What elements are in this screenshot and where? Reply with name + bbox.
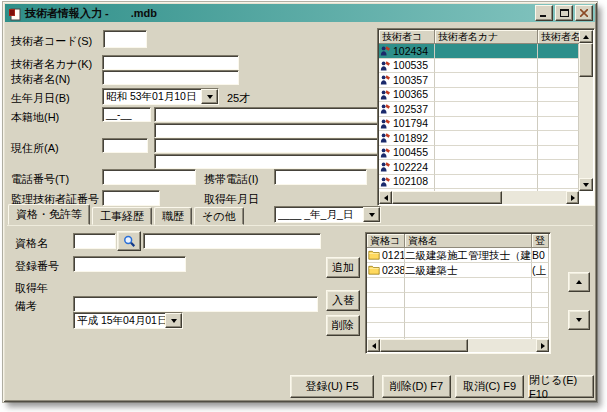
folder-icon — [368, 265, 380, 275]
engineer-list-header-kana[interactable]: 技術者名カナ — [435, 30, 538, 44]
acquire-year-select[interactable]: 平成 15年04月01日 — [73, 312, 183, 329]
engineer-row[interactable]: 102434 — [379, 44, 579, 59]
engineer-list-vthumb[interactable] — [579, 43, 593, 77]
engineer-icon — [380, 89, 391, 100]
acquire-year-dropdown-button[interactable] — [165, 313, 182, 328]
engineer-row[interactable]: 100455 — [379, 146, 579, 161]
acquire-date-select[interactable]: ____ _年_月_日 — [274, 206, 381, 223]
scroll-right-icon[interactable] — [566, 191, 579, 204]
qualification-list-rows: 0121二級建築施工管理技士（建築）B00238二級建築士(上 — [367, 248, 549, 339]
qualification-row[interactable]: 0121二級建築施工管理技士（建築）B0 — [367, 248, 549, 263]
qualification-row-empty[interactable] — [367, 308, 549, 323]
cancel-button[interactable]: 取消(C) F9 — [455, 375, 524, 398]
scroll-down-icon[interactable] — [579, 178, 593, 191]
swap-button[interactable]: 入替 — [326, 290, 360, 311]
acquire-date-label: 取得年月日 — [204, 192, 259, 207]
register-button[interactable]: 登録(U) F5 — [290, 375, 374, 398]
engineer-icon — [380, 74, 391, 85]
engineer-icon — [380, 60, 391, 71]
qualification-row-empty[interactable] — [367, 323, 549, 338]
tab-page-edge — [7, 225, 593, 226]
engineer-list-hthumb[interactable] — [392, 191, 502, 204]
engineer-list-rows: 102434 100535 100357 100365 102537 10179… — [379, 44, 579, 191]
engineer-info-window: 技術者情報入力 - .mdb 技術者コード(S) 技術者名カナ(K) 技術者名(… — [3, 2, 597, 402]
registered-domicile-label: 本籍地(H) — [11, 110, 59, 125]
engineer-row[interactable]: 102224 — [379, 160, 579, 175]
address2-input[interactable] — [154, 154, 378, 169]
maximize-button[interactable] — [555, 5, 573, 21]
qualification-row[interactable]: 0238二級建築士(上 — [367, 263, 549, 278]
scroll-up-icon[interactable] — [579, 30, 593, 43]
engineer-row[interactable]: 101892 — [379, 131, 579, 146]
domicile-address2-input[interactable] — [154, 123, 378, 138]
engineer-list-hscrollbar[interactable] — [379, 191, 579, 204]
tab-2[interactable]: 職歴 — [154, 207, 192, 225]
tab-3[interactable]: その他 — [194, 207, 244, 225]
engineer-icon — [380, 45, 391, 56]
mobile-input[interactable] — [274, 169, 367, 185]
scroll-left-icon[interactable] — [379, 191, 392, 204]
birth-date-select[interactable]: 昭和 53年01月10日 — [102, 88, 219, 105]
engineer-icon — [380, 161, 391, 172]
qualification-list: 資格コ 資格名 登 0121二級建築施工管理技士（建築）B00238二級建築士(… — [365, 232, 551, 354]
engineer-row[interactable]: 101794 — [379, 117, 579, 132]
qualification-name-label: 資格名 — [15, 236, 48, 251]
supervisor-license-input[interactable] — [102, 190, 160, 206]
qualification-list-header: 資格コ 資格名 登 — [367, 234, 549, 248]
engineer-row[interactable]: 102537 — [379, 102, 579, 117]
qualification-name-input[interactable] — [143, 233, 321, 249]
address-postal-input[interactable] — [102, 138, 148, 153]
phone-input[interactable] — [102, 169, 196, 185]
move-up-button[interactable] — [568, 272, 590, 292]
folder-icon — [368, 250, 380, 260]
tab-1[interactable]: 工事経歴 — [92, 207, 152, 225]
tab-0[interactable]: 資格・免許等 — [8, 204, 90, 225]
move-down-button[interactable] — [568, 310, 590, 330]
qualification-code-input[interactable] — [73, 233, 116, 249]
engineer-row[interactable]: 102108 — [379, 175, 579, 190]
engineer-icon — [380, 132, 391, 143]
engineer-code-label: 技術者コード(S) — [11, 34, 92, 49]
engineer-list: 技術者コ 技術者名カナ 技術者名 102434 100535 100357 10… — [377, 28, 595, 206]
engineer-list-vscrollbar[interactable] — [579, 30, 593, 191]
engineer-icon — [380, 103, 391, 114]
acquire-date-value: ____ _年_月_日 — [278, 208, 353, 222]
qualification-search-button[interactable] — [117, 231, 141, 251]
minimize-button[interactable] — [535, 5, 553, 21]
engineer-name-label: 技術者名(N) — [11, 72, 70, 87]
qualification-list-hthumb[interactable] — [380, 339, 468, 352]
scroll-right-icon[interactable] — [536, 339, 549, 352]
engineer-list-header: 技術者コ 技術者名カナ 技術者名 — [379, 30, 593, 44]
titlebar[interactable]: 技術者情報入力 - .mdb — [5, 4, 595, 22]
close-dialog-button[interactable]: 閉じる(E) F10 — [528, 375, 594, 398]
qualification-row-empty[interactable] — [367, 278, 549, 293]
qualification-row-empty[interactable] — [367, 293, 549, 308]
birth-date-value: 昭和 53年01月10日 — [106, 90, 196, 104]
scroll-left-icon[interactable] — [367, 339, 380, 352]
birth-date-dropdown-button[interactable] — [201, 89, 218, 104]
engineer-name-input[interactable] — [102, 70, 239, 85]
engineer-row[interactable]: 100365 — [379, 88, 579, 103]
domicile-address1-input[interactable] — [154, 107, 378, 122]
add-button[interactable]: 追加 — [326, 257, 360, 278]
registration-number-input[interactable] — [73, 256, 186, 272]
note-input[interactable] — [73, 296, 318, 312]
engineer-row[interactable]: 100535 — [379, 59, 579, 74]
engineer-code-input[interactable] — [103, 30, 147, 48]
engineer-list-header-code[interactable]: 技術者コ — [379, 30, 435, 44]
qualification-list-header-reg[interactable]: 登 — [532, 234, 549, 248]
engineer-kana-input[interactable] — [102, 55, 239, 70]
acquire-date-dropdown-button[interactable] — [363, 207, 380, 222]
qualification-list-hscrollbar[interactable] — [367, 339, 549, 352]
age-value: 25才 — [227, 91, 250, 106]
address1-input[interactable] — [154, 138, 378, 153]
qualification-list-header-code[interactable]: 資格コ — [367, 234, 405, 248]
delete-button[interactable]: 削除(D) F7 — [382, 375, 451, 398]
phone-label: 電話番号(T) — [11, 172, 69, 187]
qualification-list-header-name[interactable]: 資格名 — [405, 234, 532, 248]
domicile-postal-input[interactable]: __-__ — [102, 107, 151, 122]
row-delete-button[interactable]: 削除 — [326, 315, 360, 336]
acquire-year-value: 平成 15年04月01日 — [77, 314, 167, 328]
close-button[interactable] — [575, 5, 593, 21]
engineer-row[interactable]: 100357 — [379, 73, 579, 88]
